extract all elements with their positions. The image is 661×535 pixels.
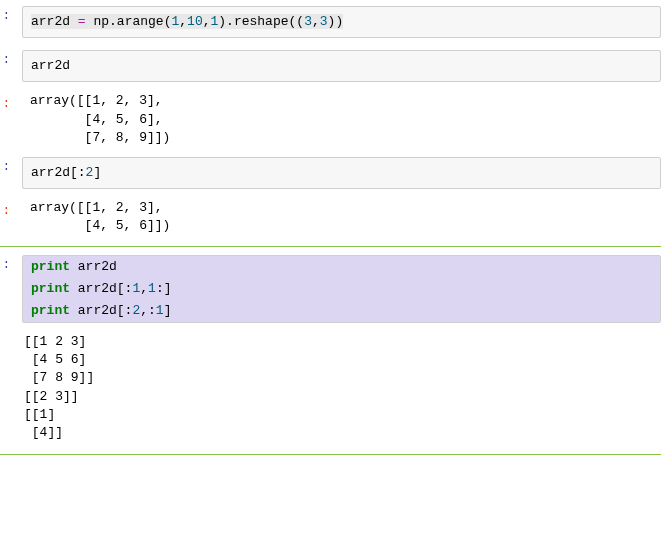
cell-row: :arr2d = np.arange(1,10,1).reshape((3,3)… — [0, 0, 661, 44]
output-prompt — [0, 331, 12, 337]
code-line: print arr2d[:1,1:] — [23, 278, 660, 300]
cell-content: arr2d — [12, 46, 661, 86]
cell-row: :array([[1, 2, 3], [4, 5, 6]]) — [0, 195, 661, 239]
cell-content: print arr2dprint arr2d[:1,1:]print arr2d… — [12, 251, 661, 328]
input-prompt: : — [0, 251, 12, 274]
cell-content: [[1 2 3] [4 5 6] [7 8 9]] [[2 3]] [[1] [… — [12, 331, 661, 444]
cell-row: :print arr2dprint arr2d[:1,1:]print arr2… — [0, 249, 661, 330]
output-text: [[1 2 3] [4 5 6] [7 8 9]] [[2 3]] [[1] [… — [22, 331, 661, 444]
code-line: print arr2d — [23, 256, 660, 278]
cell-content: array([[1, 2, 3], [4, 5, 6]]) — [12, 197, 661, 237]
input-prompt: : — [0, 46, 12, 69]
cell-row: :array([[1, 2, 3], [4, 5, 6], [7, 8, 9]]… — [0, 88, 661, 151]
code-input[interactable]: arr2d[:2] — [22, 157, 661, 189]
output-prompt: : — [0, 90, 12, 113]
code-input[interactable]: print arr2dprint arr2d[:1,1:]print arr2d… — [22, 255, 661, 324]
output-text: array([[1, 2, 3], [4, 5, 6], [7, 8, 9]]) — [22, 90, 661, 149]
input-prompt: : — [0, 153, 12, 176]
cell-content: array([[1, 2, 3], [4, 5, 6], [7, 8, 9]]) — [12, 90, 661, 149]
cell-divider — [0, 246, 661, 247]
cell-content: arr2d[:2] — [12, 153, 661, 193]
code-line: print arr2d[:2,:1] — [23, 300, 660, 322]
cell-row: :arr2d — [0, 44, 661, 88]
input-prompt: : — [0, 2, 12, 25]
cell-row: [[1 2 3] [4 5 6] [7 8 9]] [[2 3]] [[1] [… — [0, 329, 661, 446]
code-input[interactable]: arr2d = np.arange(1,10,1).reshape((3,3)) — [22, 6, 661, 38]
cell-row: :arr2d[:2] — [0, 151, 661, 195]
cell-content: arr2d = np.arange(1,10,1).reshape((3,3)) — [12, 2, 661, 42]
output-text: array([[1, 2, 3], [4, 5, 6]]) — [22, 197, 661, 237]
cell-divider — [0, 454, 661, 455]
notebook-root: :arr2d = np.arange(1,10,1).reshape((3,3)… — [0, 0, 661, 455]
code-input[interactable]: arr2d — [22, 50, 661, 82]
output-prompt: : — [0, 197, 12, 220]
